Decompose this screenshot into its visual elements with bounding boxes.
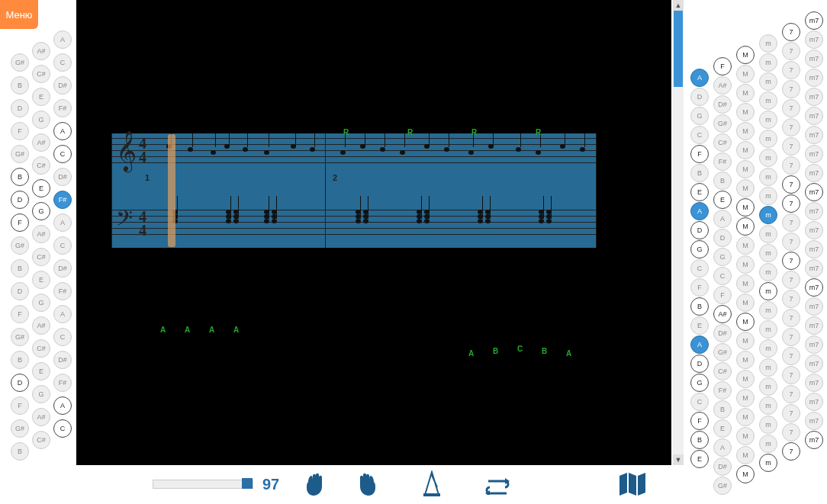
key-m7[interactable]: m7	[805, 259, 823, 278]
key-B[interactable]: B	[11, 259, 29, 278]
key-m7[interactable]: m7	[805, 278, 823, 297]
key-m7[interactable]: m7	[805, 126, 823, 144]
key-m[interactable]: m	[759, 301, 777, 319]
key-M[interactable]: M	[736, 389, 755, 407]
right-hand-icon[interactable]	[352, 470, 380, 498]
key-m7[interactable]: m7	[805, 69, 823, 87]
key-m7[interactable]: m7	[805, 183, 823, 201]
key-B[interactable]: B	[690, 431, 709, 449]
key-F[interactable]: F	[713, 57, 732, 75]
key-M[interactable]: M	[736, 122, 755, 140]
key-m[interactable]: m	[759, 320, 777, 339]
key-7[interactable]: 7	[782, 42, 800, 60]
key-Asharp[interactable]: A#	[713, 76, 732, 95]
key-m7[interactable]: m7	[805, 393, 823, 411]
key-D[interactable]: D	[690, 221, 709, 239]
key-m7[interactable]: m7	[805, 355, 823, 373]
key-M[interactable]: M	[736, 84, 755, 102]
key-Asharp[interactable]: A#	[713, 305, 732, 323]
key-E[interactable]: E	[32, 179, 50, 197]
key-F[interactable]: F	[713, 286, 732, 304]
key-Gsharp[interactable]: G#	[11, 53, 29, 72]
key-D[interactable]: D	[11, 99, 29, 117]
key-Csharp[interactable]: C#	[32, 339, 50, 358]
key-F[interactable]: F	[690, 145, 709, 163]
key-Csharp[interactable]: C#	[32, 431, 50, 449]
key-7[interactable]: 7	[782, 309, 800, 327]
key-m[interactable]: m	[759, 244, 777, 262]
key-A[interactable]: A	[53, 122, 72, 140]
key-Fsharp[interactable]: F#	[53, 191, 72, 209]
key-m7[interactable]: m7	[805, 335, 823, 354]
key-M[interactable]: M	[736, 236, 755, 255]
key-B[interactable]: B	[11, 351, 29, 369]
key-M[interactable]: M	[736, 465, 755, 483]
key-m[interactable]: m	[759, 454, 777, 472]
key-m7[interactable]: m7	[805, 297, 823, 316]
key-A[interactable]: A	[53, 305, 72, 323]
loop-icon[interactable]	[484, 470, 511, 498]
key-Gsharp[interactable]: G#	[11, 328, 29, 346]
key-G[interactable]: G	[690, 374, 709, 392]
key-Fsharp[interactable]: F#	[53, 374, 72, 392]
key-m[interactable]: m	[759, 263, 777, 281]
key-7[interactable]: 7	[782, 442, 800, 461]
key-F[interactable]: F	[11, 305, 29, 323]
key-m7[interactable]: m7	[805, 431, 823, 449]
key-G[interactable]: G	[32, 111, 50, 129]
key-F[interactable]: F	[11, 396, 29, 415]
key-G[interactable]: G	[32, 202, 50, 220]
key-A[interactable]: A	[713, 210, 732, 228]
key-Gsharp[interactable]: G#	[713, 114, 732, 133]
key-7[interactable]: 7	[782, 80, 800, 98]
key-7[interactable]: 7	[782, 290, 800, 308]
key-7[interactable]: 7	[782, 175, 800, 194]
key-m7[interactable]: m7	[805, 88, 823, 106]
key-7[interactable]: 7	[782, 233, 800, 251]
key-B[interactable]: B	[11, 168, 29, 186]
key-m[interactable]: m	[759, 130, 777, 148]
key-m7[interactable]: m7	[805, 202, 823, 220]
key-m7[interactable]: m7	[805, 374, 823, 392]
playback-cursor[interactable]	[168, 134, 175, 247]
key-M[interactable]: M	[736, 160, 755, 178]
map-icon[interactable]	[618, 470, 645, 498]
key-M[interactable]: M	[736, 46, 755, 64]
key-m[interactable]: m	[759, 53, 777, 72]
key-E[interactable]: E	[32, 362, 50, 380]
key-A[interactable]: A	[53, 213, 72, 232]
key-7[interactable]: 7	[782, 213, 800, 232]
key-7[interactable]: 7	[782, 118, 800, 136]
key-7[interactable]: 7	[782, 423, 800, 441]
key-A[interactable]: A	[690, 335, 709, 354]
key-m[interactable]: m	[759, 34, 777, 53]
key-Csharp[interactable]: C#	[713, 133, 732, 152]
key-m7[interactable]: m7	[805, 240, 823, 258]
key-Fsharp[interactable]: F#	[713, 152, 732, 171]
key-Fsharp[interactable]: F#	[713, 381, 732, 400]
key-m[interactable]: m	[759, 72, 777, 91]
key-M[interactable]: M	[736, 65, 755, 83]
score-scrollbar[interactable]: ▲ ▼	[673, 0, 684, 465]
key-A[interactable]: A	[53, 30, 72, 49]
tempo-slider[interactable]	[153, 480, 253, 489]
scroll-thumb[interactable]	[674, 11, 683, 87]
key-M[interactable]: M	[736, 351, 755, 369]
key-m[interactable]: m	[759, 149, 777, 167]
key-m7[interactable]: m7	[805, 164, 823, 182]
key-Fsharp[interactable]: F#	[53, 282, 72, 300]
key-Dsharp[interactable]: D#	[713, 95, 732, 114]
key-F[interactable]: F	[690, 278, 709, 297]
key-D[interactable]: D	[713, 229, 732, 247]
key-C[interactable]: C	[690, 393, 709, 411]
key-C[interactable]: C	[690, 126, 709, 144]
key-Csharp[interactable]: C#	[32, 248, 50, 266]
key-m7[interactable]: m7	[805, 30, 823, 49]
key-m[interactable]: m	[759, 91, 777, 110]
key-G[interactable]: G	[690, 107, 709, 125]
key-M[interactable]: M	[736, 179, 755, 197]
key-Gsharp[interactable]: G#	[11, 236, 29, 255]
key-m[interactable]: m	[759, 339, 777, 358]
key-Dsharp[interactable]: D#	[713, 457, 732, 476]
key-E[interactable]: E	[690, 450, 709, 468]
